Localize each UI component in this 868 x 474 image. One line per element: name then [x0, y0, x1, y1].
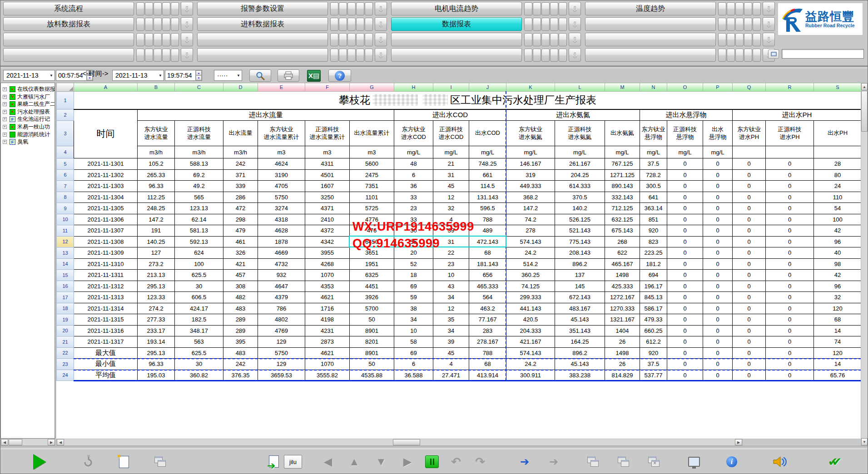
nav-button-c3-r4[interactable]	[391, 48, 522, 62]
nav-button-c4-r3[interactable]	[585, 33, 716, 46]
cell-C9[interactable]: 123.13	[175, 203, 223, 214]
cell-M15[interactable]: 1498	[605, 270, 640, 281]
nav-button-c2-r4[interactable]	[197, 48, 328, 62]
nav-dropdown-arrow-icon[interactable]: ⇩	[763, 17, 775, 31]
cell-S12[interactable]: 96	[814, 236, 861, 247]
col-header-N[interactable]: N	[640, 83, 667, 92]
cell-L11[interactable]: 521.143	[555, 225, 605, 237]
cell-K22[interactable]: 574.143	[506, 347, 555, 359]
windows-save-button[interactable]	[613, 451, 635, 472]
cell-B14[interactable]: 273.2	[138, 258, 175, 270]
row-header-19[interactable]: 19	[57, 314, 74, 326]
cell-G7[interactable]: 7351	[350, 181, 394, 192]
col-header-I[interactable]: I	[433, 83, 469, 92]
nav-segment-button[interactable]	[533, 49, 541, 62]
undo-button[interactable]: ↶	[445, 451, 467, 472]
measure-header-B[interactable]: 东方钛业 进水流量	[138, 121, 175, 146]
cell-N20[interactable]: 660.25	[640, 325, 667, 336]
row-header-4[interactable]: 4	[57, 146, 74, 158]
screen-switch-button[interactable]	[768, 49, 779, 59]
tree-expand-icon[interactable]: +	[3, 102, 7, 106]
cell-F15[interactable]: 1070	[305, 270, 350, 281]
nav-segment-button[interactable]	[735, 18, 744, 31]
cell-F22[interactable]: 4621	[305, 347, 350, 359]
cell-D19[interactable]: 289	[223, 314, 258, 326]
cell-A9[interactable]: 2021-11-1305	[74, 203, 138, 214]
col-header-S[interactable]: S	[814, 83, 861, 92]
cell-G20[interactable]: 8901	[350, 325, 394, 336]
cell-C22[interactable]: 625.5	[175, 347, 223, 359]
tree-expand-icon[interactable]: +	[3, 87, 7, 91]
cell-J15[interactable]: 656	[469, 270, 506, 281]
nav-dropdown-arrow-icon[interactable]: ⇩	[181, 17, 193, 31]
tree-item-6[interactable]: +×米易一枝山功	[3, 123, 50, 130]
nav-segment-button[interactable]	[356, 2, 364, 15]
tree-expand-icon[interactable]: +	[3, 95, 7, 99]
cell-I24[interactable]: 27.471	[433, 370, 469, 381]
group-header-4[interactable]: 进出水悬浮物	[640, 109, 733, 121]
cell-A10[interactable]: 2021-11-1306	[74, 214, 138, 225]
cell-H9[interactable]: 23	[394, 203, 433, 214]
cell-I20[interactable]: 34	[433, 325, 469, 336]
nav-segment-button[interactable]	[330, 2, 338, 15]
cell-I15[interactable]: 10	[433, 270, 469, 281]
col-header-G[interactable]: G	[350, 83, 394, 92]
cell-R19[interactable]: 0	[766, 314, 814, 326]
col-header-F[interactable]: F	[305, 83, 350, 92]
group-header-3[interactable]: 进出水氨氮	[506, 109, 640, 121]
nav-dropdown-arrow-icon[interactable]: ⇩	[569, 33, 581, 46]
cell-F5[interactable]: 4311	[305, 158, 350, 170]
tree-item-4[interactable]: +×污水处理报表	[3, 109, 50, 115]
cell-K13[interactable]: 24.2	[506, 247, 555, 259]
cell-S24[interactable]: 65.76	[814, 370, 861, 381]
cell-D11[interactable]: 479	[223, 225, 258, 237]
nav-segment-button[interactable]	[541, 49, 550, 62]
cell-B10[interactable]: 147.2	[138, 214, 175, 225]
cell-H21[interactable]: 58	[394, 336, 433, 348]
cell-B24[interactable]: 195.03	[138, 370, 175, 381]
help-button[interactable]: ?	[328, 69, 351, 82]
cell-J8[interactable]: 131.143	[469, 192, 506, 203]
measure-header-E[interactable]: 东方钛业 进水流量累计	[258, 121, 305, 146]
nav-segment-button[interactable]	[550, 49, 558, 62]
cell-K11[interactable]: 278	[506, 225, 555, 237]
cell-O12[interactable]: 0	[667, 236, 703, 247]
cell-L18[interactable]: 483.167	[555, 303, 605, 314]
cell-Q8[interactable]: 0	[733, 192, 766, 203]
cell-H20[interactable]: 10	[394, 325, 433, 336]
measure-header-P[interactable]: 出水 悬浮物	[703, 121, 733, 146]
export-excel-button[interactable]: X▤	[306, 69, 322, 82]
cell-L12[interactable]: 775.143	[555, 236, 605, 247]
nav-segment-button[interactable]	[524, 18, 532, 31]
cell-B22[interactable]: 295.13	[138, 347, 175, 359]
cell-E7[interactable]: 4705	[258, 181, 305, 192]
nav-button-c2-r3[interactable]	[197, 33, 328, 46]
nav-segment-button[interactable]	[136, 49, 144, 62]
cell-C10[interactable]: 62.14	[175, 214, 223, 225]
cell-S14[interactable]: 98	[814, 258, 861, 270]
end-time-spinner[interactable]: 19:57:54 ▲▼	[165, 70, 202, 81]
nav-button-c2-r2[interactable]: 进料数据报表	[197, 17, 328, 31]
unit-cell-S[interactable]	[814, 146, 861, 158]
cell-C20[interactable]: 348.17	[175, 325, 223, 336]
cell-D8[interactable]: 286	[223, 192, 258, 203]
cell-Q21[interactable]: 0	[733, 336, 766, 348]
nav-segment-button[interactable]	[356, 18, 364, 31]
cell-R12[interactable]: 0	[766, 236, 814, 247]
nav-segment-button[interactable]	[330, 49, 338, 62]
cell-Q9[interactable]: 0	[733, 203, 766, 214]
cell-L17[interactable]: 672.143	[555, 292, 605, 303]
cell-R7[interactable]: 0	[766, 181, 814, 192]
cell-H6[interactable]: 6	[394, 169, 433, 181]
measure-header-I[interactable]: 正源科技 进水COD	[433, 121, 469, 146]
row-header-2[interactable]: 2	[57, 109, 74, 121]
unit-cell-M[interactable]: mg/L	[605, 146, 640, 158]
col-header-D[interactable]: D	[223, 83, 258, 92]
nav-segment-button[interactable]	[524, 33, 532, 46]
cell-E21[interactable]: 129	[258, 336, 305, 348]
cell-R18[interactable]: 0	[766, 303, 814, 314]
nav-segment-button[interactable]	[718, 33, 726, 46]
cell-Q6[interactable]: 0	[733, 169, 766, 181]
cell-B11[interactable]: 191	[138, 225, 175, 237]
cell-H14[interactable]: 52	[394, 258, 433, 270]
